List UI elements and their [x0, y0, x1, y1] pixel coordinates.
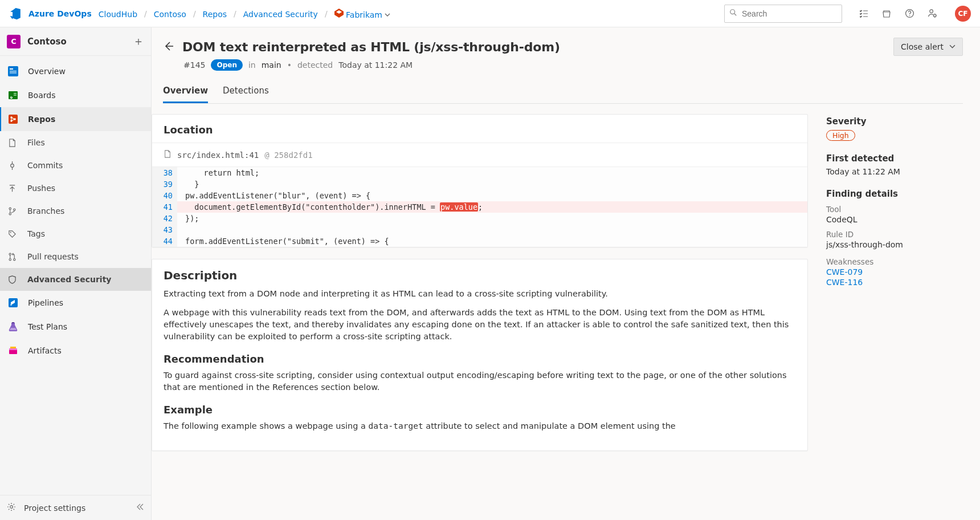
- svg-rect-14: [9, 115, 18, 124]
- breadcrumb-org[interactable]: CloudHub: [99, 10, 137, 19]
- help-icon[interactable]: [904, 8, 915, 19]
- subnav-pushes-label: Pushes: [27, 184, 55, 193]
- breadcrumb-sep: /: [193, 9, 196, 18]
- breadcrumbs: CloudHub / Contoso / Repos / Advanced Se…: [99, 7, 391, 19]
- sidebar: C Contoso ＋ Overview Boards Repos Files …: [0, 27, 152, 520]
- svg-point-24: [10, 231, 11, 233]
- tab-detections[interactable]: Detections: [223, 81, 269, 103]
- subnav-pushes[interactable]: Pushes: [0, 177, 151, 200]
- breadcrumb-sep: /: [325, 9, 328, 18]
- svg-point-18: [10, 164, 14, 167]
- tab-overview[interactable]: Overview: [163, 81, 208, 103]
- location-path[interactable]: src/index.html:41 @ 258d2fd1: [152, 143, 807, 167]
- svg-rect-13: [14, 95, 17, 96]
- svg-point-23: [13, 209, 15, 210]
- shield-icon: [7, 274, 17, 285]
- subnav-files[interactable]: Files: [0, 131, 151, 154]
- chevron-down-icon: [385, 10, 390, 19]
- description-card: Description Extracting text from a DOM n…: [152, 259, 808, 451]
- close-alert-button[interactable]: Close alert: [893, 38, 963, 56]
- subnav-pull-requests[interactable]: Pull requests: [0, 245, 151, 268]
- cwe-link-079[interactable]: CWE-079: [826, 267, 969, 277]
- search-box[interactable]: [724, 5, 842, 23]
- code-line: 42});: [152, 213, 807, 224]
- nav-overview[interactable]: Overview: [0, 59, 151, 83]
- brand-label[interactable]: Azure DevOps: [28, 9, 92, 18]
- nav-pipelines-label: Pipelines: [28, 298, 63, 307]
- close-alert-label: Close alert: [901, 42, 944, 51]
- description-p1: Extracting text from a DOM node and inte…: [164, 288, 796, 300]
- svg-point-29: [10, 304, 12, 306]
- svg-point-4: [929, 10, 933, 13]
- code-line: 41 document.getElementById("contentholde…: [152, 201, 807, 213]
- weaknesses-label: Weaknesses: [826, 257, 969, 266]
- breadcrumb-sep: /: [234, 9, 236, 18]
- subnav-branches-label: Branches: [27, 206, 64, 216]
- svg-point-3: [909, 15, 909, 15]
- alert-id: #145: [183, 60, 205, 70]
- project-settings-label: Project settings: [24, 503, 85, 513]
- project-name: Contoso: [27, 36, 67, 47]
- search-input[interactable]: [742, 9, 837, 18]
- back-button[interactable]: [163, 40, 175, 53]
- user-settings-icon[interactable]: [926, 8, 938, 19]
- collapse-icon[interactable]: [136, 503, 144, 513]
- marketplace-icon[interactable]: [881, 8, 892, 19]
- nav-boards-label: Boards: [28, 91, 55, 100]
- svg-rect-7: [10, 68, 13, 70]
- branch-name[interactable]: main: [262, 60, 281, 70]
- details-sidebar: Severity High First detected Today at 11…: [826, 114, 969, 520]
- repos-icon: [7, 113, 19, 125]
- tool-value: CodeQL: [826, 215, 969, 224]
- search-icon: [729, 9, 737, 18]
- code-line: 39 }: [152, 178, 807, 190]
- svg-point-5: [933, 14, 936, 17]
- tasks-icon[interactable]: [858, 8, 869, 19]
- project-badge: C: [7, 35, 21, 48]
- avatar[interactable]: CF: [955, 6, 971, 22]
- subnav-branches[interactable]: Branches: [0, 200, 151, 222]
- cwe-link-116[interactable]: CWE-116: [826, 278, 969, 287]
- breadcrumb-area[interactable]: Repos: [203, 10, 227, 19]
- subnav-pr-label: Pull requests: [27, 252, 79, 261]
- alert-title: DOM text reinterpreted as HTML (js/xss-t…: [182, 40, 560, 54]
- new-item-button[interactable]: ＋: [133, 34, 144, 49]
- alert-meta: #145 Open in main • detected Today at 11…: [183, 59, 963, 71]
- svg-line-1: [734, 14, 737, 16]
- subnav-tags[interactable]: Tags: [0, 222, 151, 245]
- subnav-files-label: Files: [27, 138, 45, 147]
- breadcrumb-hub[interactable]: Advanced Security: [243, 10, 318, 19]
- svg-rect-12: [14, 93, 17, 94]
- page-header: DOM text reinterpreted as HTML (js/xss-t…: [152, 27, 980, 104]
- breadcrumb-repo[interactable]: Fabrikam: [334, 9, 391, 19]
- file-icon: [164, 150, 172, 160]
- tag-icon: [7, 229, 17, 239]
- project-settings[interactable]: Project settings: [0, 495, 151, 520]
- svg-point-27: [13, 258, 15, 260]
- azure-devops-icon: [9, 7, 23, 21]
- pipelines-icon: [7, 296, 19, 309]
- nav-boards[interactable]: Boards: [0, 83, 151, 107]
- recommendation-heading: Recommendation: [164, 353, 796, 365]
- nav-artifacts[interactable]: Artifacts: [0, 339, 151, 363]
- top-bar: Azure DevOps CloudHub / Contoso / Repos …: [0, 0, 980, 27]
- description-heading: Description: [164, 269, 796, 282]
- subnav-advanced-security[interactable]: Advanced Security: [0, 268, 151, 291]
- severity-badge: High: [826, 130, 855, 141]
- breadcrumb-project[interactable]: Contoso: [154, 10, 186, 19]
- svg-rect-30: [12, 322, 14, 323]
- code-line: 38 return html;: [152, 167, 807, 178]
- nav-test-plans[interactable]: Test Plans: [0, 315, 151, 339]
- first-detected-label: First detected: [826, 153, 969, 164]
- file-icon: [7, 137, 17, 148]
- subnav-commits[interactable]: Commits: [0, 154, 151, 177]
- nav-repos[interactable]: Repos: [0, 107, 151, 131]
- nav-artifacts-label: Artifacts: [28, 346, 62, 355]
- svg-point-26: [9, 258, 11, 260]
- nav-pipelines[interactable]: Pipelines: [0, 291, 151, 315]
- boards-icon: [7, 89, 19, 101]
- repo-icon: [334, 10, 346, 19]
- finding-details-label: Finding details: [826, 189, 969, 199]
- project-selector[interactable]: C Contoso ＋: [0, 27, 151, 56]
- subnav-as-label: Advanced Security: [27, 275, 111, 284]
